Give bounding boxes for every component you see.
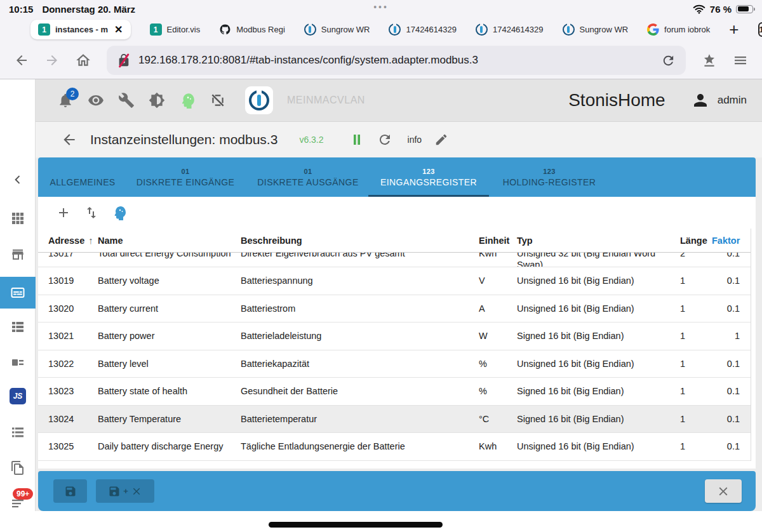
restart-instance-icon[interactable] bbox=[377, 132, 392, 147]
user-name: admin bbox=[718, 94, 747, 107]
tab-diskrete-ausgaenge[interactable]: 01 DISKRETE AUSGÄNGE bbox=[248, 157, 368, 197]
theme-brightness-icon[interactable] bbox=[149, 92, 165, 109]
col-adresse[interactable]: Adresse↑ bbox=[38, 235, 98, 246]
browser-tab-bar: 1 instances - m ✕ 1 Editor.vis Modbus Re… bbox=[0, 18, 762, 41]
wrench-icon[interactable] bbox=[118, 92, 135, 109]
col-laenge[interactable]: Länge bbox=[680, 236, 712, 246]
browser-tab[interactable]: 17424614329 bbox=[389, 23, 457, 36]
sidebar-item-objects[interactable] bbox=[10, 319, 25, 335]
sidebar-item-adapters[interactable] bbox=[10, 247, 25, 262]
sidebar-item-scripts[interactable]: JS bbox=[10, 388, 26, 404]
close-x-icon bbox=[716, 484, 730, 498]
save-floppy-icon bbox=[108, 485, 121, 498]
pause-instance-icon[interactable] bbox=[349, 132, 364, 147]
browser-tab-active[interactable]: 1 instances - m ✕ bbox=[30, 20, 131, 39]
browser-tab[interactable]: Sungrow WR bbox=[563, 23, 629, 36]
admin-app-bar: 2 MEINMACVLAN StonisHome admin bbox=[36, 79, 762, 122]
status-bar: 10:15 Donnerstag 20. März ••• 76 % bbox=[0, 0, 762, 18]
expert-mode-head-icon[interactable] bbox=[179, 92, 196, 109]
table-row[interactable]: 13017 Total direct Energy Consumption Di… bbox=[38, 253, 751, 267]
menu-icon[interactable] bbox=[733, 53, 748, 68]
tab-label: 17424614329 bbox=[493, 25, 544, 34]
collapse-sidebar-icon[interactable] bbox=[11, 173, 24, 186]
table-row[interactable]: 13019Battery voltageBatteriespannungVUns… bbox=[38, 267, 751, 295]
visibility-eye-icon[interactable] bbox=[88, 92, 104, 109]
wifi-icon bbox=[693, 4, 705, 14]
home-icon[interactable] bbox=[75, 52, 91, 69]
register-table: Adresse↑ Name Beschreibung Einheit Typ L… bbox=[38, 229, 751, 461]
edit-pencil-icon[interactable] bbox=[434, 133, 448, 147]
save-button[interactable] bbox=[53, 479, 87, 503]
table-row[interactable]: 13025Daily battery discharge EnergyTägli… bbox=[38, 433, 751, 461]
tab-badge: 1 bbox=[38, 23, 50, 36]
iobroker-icon bbox=[563, 23, 575, 36]
tab-diskrete-eingaenge[interactable]: 01 DISKRETE EINGÄNGE bbox=[123, 157, 248, 197]
table-row[interactable]: 13021Battery powerBatterieladeleistungWS… bbox=[38, 323, 751, 350]
insecure-lock-icon bbox=[117, 53, 131, 67]
sync-disabled-icon[interactable] bbox=[210, 92, 226, 109]
back-arrow-icon[interactable] bbox=[61, 131, 77, 148]
iobroker-icon bbox=[304, 23, 316, 36]
save-footer-bar: + bbox=[38, 471, 756, 511]
table-row[interactable]: 13020Battery currentBatteriestromAUnsign… bbox=[38, 295, 751, 323]
tab-badge: 1 bbox=[150, 23, 162, 36]
add-row-icon[interactable] bbox=[56, 205, 71, 220]
sidebar-item-files[interactable] bbox=[10, 460, 25, 475]
col-einheit[interactable]: Einheit bbox=[479, 236, 517, 246]
iobroker-icon bbox=[476, 23, 488, 36]
home-indicator[interactable] bbox=[269, 522, 443, 528]
tab-label: instances - m bbox=[55, 25, 108, 34]
reload-icon[interactable] bbox=[661, 53, 676, 68]
extended-mode-head-icon[interactable] bbox=[112, 205, 127, 220]
browser-tab[interactable]: 1 Editor.vis bbox=[150, 23, 201, 36]
forward-icon[interactable] bbox=[44, 53, 60, 68]
url-bar: 192.168.178.210:8081/#tab-instances/conf… bbox=[0, 41, 762, 79]
tab-eingangsregister[interactable]: 123 EINGANGSREGISTER bbox=[368, 157, 489, 197]
col-name[interactable]: Name bbox=[98, 236, 241, 246]
register-table-card: Adresse↑ Name Beschreibung Einheit Typ L… bbox=[38, 197, 756, 469]
col-typ[interactable]: Typ bbox=[517, 236, 680, 246]
table-row[interactable]: 13023Battery state of healthGesundheit d… bbox=[38, 378, 751, 406]
tab-count-button[interactable]: 10 bbox=[758, 22, 762, 37]
tab-label: forum iobrok bbox=[664, 25, 710, 34]
col-beschreibung[interactable]: Beschreibung bbox=[241, 236, 479, 246]
table-row[interactable]: 13022Battery levelBatteriekapazität%Unsi… bbox=[38, 350, 751, 378]
tab-label: Sungrow WR bbox=[321, 25, 370, 34]
close-button[interactable] bbox=[705, 479, 742, 503]
address-field[interactable]: 192.168.178.210:8081/#tab-instances/conf… bbox=[107, 46, 686, 75]
col-faktor[interactable]: Faktor bbox=[712, 236, 751, 246]
browser-tab[interactable]: Sungrow WR bbox=[304, 23, 370, 36]
instance-settings-title-row: Instanzeinstellungen: modbus.3 v6.3.2 in… bbox=[36, 122, 762, 157]
version-label: v6.3.2 bbox=[299, 135, 323, 145]
bookmarks-icon[interactable] bbox=[701, 52, 718, 69]
log-level-label[interactable]: info bbox=[408, 135, 422, 145]
save-and-close-button[interactable]: + bbox=[96, 479, 154, 503]
sidebar-item-scenes[interactable] bbox=[10, 425, 25, 440]
user-avatar-icon[interactable] bbox=[691, 91, 710, 110]
github-icon bbox=[219, 23, 231, 36]
plus-glyph: + bbox=[123, 486, 128, 496]
notifications-bell-icon[interactable]: 2 bbox=[57, 92, 74, 109]
sidebar-item-enums[interactable] bbox=[10, 355, 25, 370]
new-tab-button[interactable]: + bbox=[729, 20, 739, 39]
save-floppy-icon bbox=[64, 485, 77, 498]
browser-tab[interactable]: forum iobrok bbox=[647, 23, 710, 36]
sidebar-item-overview[interactable] bbox=[10, 211, 25, 226]
tab-holding-register[interactable]: 123 HOLDING-REGISTER bbox=[489, 157, 610, 197]
import-export-icon[interactable] bbox=[84, 205, 99, 220]
battery-icon bbox=[736, 5, 753, 13]
config-tab-bar: ALLGEMEINES 01 DISKRETE EINGÄNGE 01 DISK… bbox=[38, 157, 756, 197]
iobroker-icon bbox=[389, 23, 401, 36]
table-row[interactable]: 13024Battery TemperatureBatterietemperat… bbox=[38, 406, 751, 434]
browser-tab[interactable]: 17424614329 bbox=[476, 23, 544, 36]
back-icon[interactable] bbox=[14, 53, 29, 68]
tab-close-icon[interactable]: ✕ bbox=[114, 23, 123, 36]
table-header-row: Adresse↑ Name Beschreibung Einheit Typ L… bbox=[38, 229, 751, 253]
tab-label: Modbus Regi bbox=[236, 25, 285, 34]
host-name: MEINMACVLAN bbox=[287, 95, 365, 106]
tab-allgemeines[interactable]: ALLGEMEINES bbox=[42, 157, 123, 197]
tab-label: 17424614329 bbox=[406, 25, 457, 34]
browser-chrome: 10:15 Donnerstag 20. März ••• 76 % 1 ins… bbox=[0, 0, 762, 79]
sidebar-item-instances[interactable] bbox=[0, 277, 36, 309]
browser-tab[interactable]: Modbus Regi bbox=[219, 23, 285, 36]
